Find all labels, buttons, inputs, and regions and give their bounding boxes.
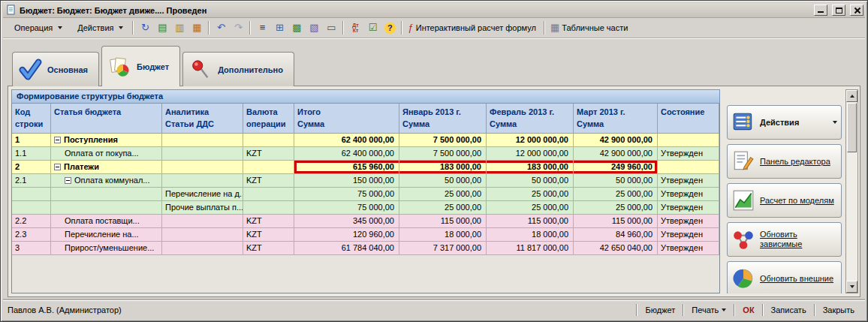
cell-mar[interactable]: 25 000,00 bbox=[574, 188, 658, 201]
cell-analytics[interactable]: Перечисление на д... bbox=[162, 188, 243, 201]
tabular-parts-button[interactable]: ▦Табличные части bbox=[548, 20, 632, 36]
column-header[interactable]: Состояние bbox=[658, 104, 719, 134]
cell-total[interactable]: 345 000,00 bbox=[294, 215, 399, 228]
cell-currency[interactable]: KZT bbox=[243, 147, 294, 161]
cell-currency[interactable]: KZT bbox=[243, 242, 294, 255]
editor-panel-button[interactable]: Панель редактора bbox=[727, 144, 842, 179]
actions-button[interactable]: Действия bbox=[727, 105, 842, 140]
cell-total[interactable]: 150 000,00 bbox=[294, 174, 399, 188]
cell-mar[interactable]: 115 000,00 bbox=[574, 215, 658, 228]
cell-state[interactable]: Утвержден bbox=[658, 188, 719, 201]
cell-jan[interactable]: 183 000,00 bbox=[399, 161, 487, 174]
column-header[interactable]: Январь 2013 г.Сумма bbox=[399, 104, 487, 134]
column-header[interactable]: Кодстроки bbox=[12, 104, 51, 134]
reread-button[interactable]: ↻ bbox=[137, 20, 153, 36]
column-header[interactable]: Март 2013 г.Сумма bbox=[574, 104, 658, 134]
cell-code[interactable]: 3 bbox=[12, 242, 51, 255]
cell-currency[interactable]: KZT bbox=[243, 215, 294, 228]
tab-main[interactable]: Основная bbox=[12, 52, 99, 86]
interactive-calc-button[interactable]: ƒИнтерактивный расчет формул bbox=[405, 20, 540, 36]
cell-total[interactable]: 615 960,00 bbox=[294, 161, 399, 174]
collapse-toggle-icon[interactable] bbox=[54, 137, 61, 143]
report-button[interactable]: ▭ bbox=[323, 20, 339, 36]
cell-feb[interactable]: 115 000,00 bbox=[487, 215, 574, 228]
cell-feb[interactable]: 183 000,00 bbox=[487, 161, 574, 174]
collapse-toggle-icon[interactable] bbox=[54, 164, 61, 170]
cell-analytics[interactable] bbox=[162, 161, 243, 174]
cell-article[interactable] bbox=[51, 188, 162, 201]
vertical-scrollbar[interactable] bbox=[845, 89, 858, 293]
cell-currency[interactable] bbox=[243, 134, 294, 147]
column-header[interactable]: ИтогоСумма bbox=[294, 104, 399, 134]
scroll-up-button[interactable] bbox=[846, 90, 857, 102]
cell-feb[interactable]: 18 000,00 bbox=[487, 228, 574, 242]
cell-state[interactable]: Утвержден bbox=[658, 242, 719, 255]
cell-analytics[interactable] bbox=[162, 134, 243, 147]
postings-button[interactable]: Дт Кт bbox=[347, 20, 363, 36]
help-button[interactable]: ? bbox=[381, 20, 398, 36]
column-header[interactable]: Февраль 2013 г.Сумма bbox=[487, 104, 574, 134]
cell-total[interactable]: 61 784 040,00 bbox=[294, 242, 399, 255]
refresh-dependent-button[interactable]: Обновить зависимые bbox=[727, 222, 842, 257]
cell-total[interactable]: 120 960,00 bbox=[294, 228, 399, 242]
cell-code[interactable]: 2.3 bbox=[12, 228, 51, 242]
picture-button[interactable]: ▩ bbox=[288, 20, 305, 36]
cell-currency[interactable]: KZT bbox=[243, 228, 294, 242]
column-header[interactable]: Валютаоперации bbox=[243, 104, 294, 134]
cell-jan[interactable]: 115 000,00 bbox=[399, 215, 487, 228]
cell-state[interactable]: Утвержден bbox=[658, 174, 719, 188]
cell-jan[interactable]: 25 000,00 bbox=[399, 188, 487, 201]
cell-article[interactable]: Перечисление на... bbox=[51, 228, 162, 242]
undo-button[interactable]: ↶ bbox=[212, 20, 229, 36]
refresh-external-button[interactable]: Обновить внешние bbox=[727, 261, 842, 293]
cell-total[interactable]: 62 400 000,00 bbox=[294, 147, 399, 161]
cell-article[interactable]: Оплата коммунал... bbox=[51, 174, 162, 188]
cell-jan[interactable]: 50 000,00 bbox=[399, 174, 487, 188]
cell-feb[interactable]: 50 000,00 bbox=[487, 174, 574, 188]
print-button[interactable]: Печать bbox=[686, 303, 732, 317]
tab-additional[interactable]: Дополнительно bbox=[182, 52, 294, 86]
cell-analytics[interactable] bbox=[162, 228, 243, 242]
cell-currency[interactable] bbox=[243, 188, 294, 201]
cell-mar[interactable]: 84 960,00 bbox=[574, 228, 658, 242]
cell-feb[interactable]: 25 000,00 bbox=[487, 188, 574, 201]
cell-state[interactable]: Утвержден bbox=[658, 215, 719, 228]
actions-menu[interactable]: Действия bbox=[69, 20, 129, 35]
budget-button[interactable]: Бюджет bbox=[639, 303, 681, 317]
cell-feb[interactable]: 25 000,00 bbox=[487, 201, 574, 215]
cell-code[interactable] bbox=[12, 201, 51, 215]
cell-jan[interactable]: 7 500 000,00 bbox=[399, 147, 487, 161]
cell-feb[interactable]: 12 000 000,00 bbox=[487, 147, 574, 161]
scrollbar-thumb[interactable] bbox=[847, 103, 857, 152]
cell-code[interactable]: 2.2 bbox=[12, 215, 51, 228]
cell-currency[interactable]: KZT bbox=[243, 174, 294, 188]
cell-jan[interactable]: 18 000,00 bbox=[399, 228, 487, 242]
scroll-down-button[interactable] bbox=[846, 281, 857, 293]
ok-button[interactable]: ОК bbox=[737, 303, 760, 317]
cell-code[interactable] bbox=[12, 188, 51, 201]
cell-code[interactable]: 1 bbox=[12, 134, 51, 147]
export-button[interactable]: ▤ bbox=[154, 20, 170, 36]
cell-article[interactable]: Поступления bbox=[51, 134, 162, 147]
cell-mar[interactable]: 42 900 000,00 bbox=[574, 134, 658, 147]
paste-button[interactable]: ▦ bbox=[188, 20, 205, 36]
close-button[interactable] bbox=[850, 5, 863, 16]
list-settings-button[interactable]: ≡ bbox=[254, 20, 270, 36]
column-header[interactable]: Статья бюджета bbox=[51, 104, 162, 134]
cell-analytics[interactable] bbox=[162, 147, 243, 161]
cell-total[interactable]: 62 400 000,00 bbox=[294, 134, 399, 147]
cell-analytics[interactable] bbox=[162, 242, 243, 255]
cell-mar[interactable]: 42 650 040,00 bbox=[574, 242, 658, 255]
cell-total[interactable]: 75 000,00 bbox=[294, 201, 399, 215]
cell-mar[interactable]: 249 960,00 bbox=[574, 161, 658, 174]
cell-state[interactable] bbox=[658, 134, 719, 147]
cell-analytics[interactable]: Прочие выплаты п... bbox=[162, 201, 243, 215]
cell-state[interactable]: Утвержден bbox=[658, 201, 719, 215]
operation-menu[interactable]: Операция bbox=[6, 20, 68, 35]
cell-analytics[interactable] bbox=[162, 174, 243, 188]
cell-article[interactable]: Оплата от покупа... bbox=[51, 147, 162, 161]
cell-state[interactable]: Утвержден bbox=[658, 228, 719, 242]
cell-mar[interactable]: 50 000,00 bbox=[574, 174, 658, 188]
close-form-button[interactable]: Закрыть bbox=[817, 303, 860, 317]
save-button[interactable]: Записать bbox=[765, 303, 812, 317]
